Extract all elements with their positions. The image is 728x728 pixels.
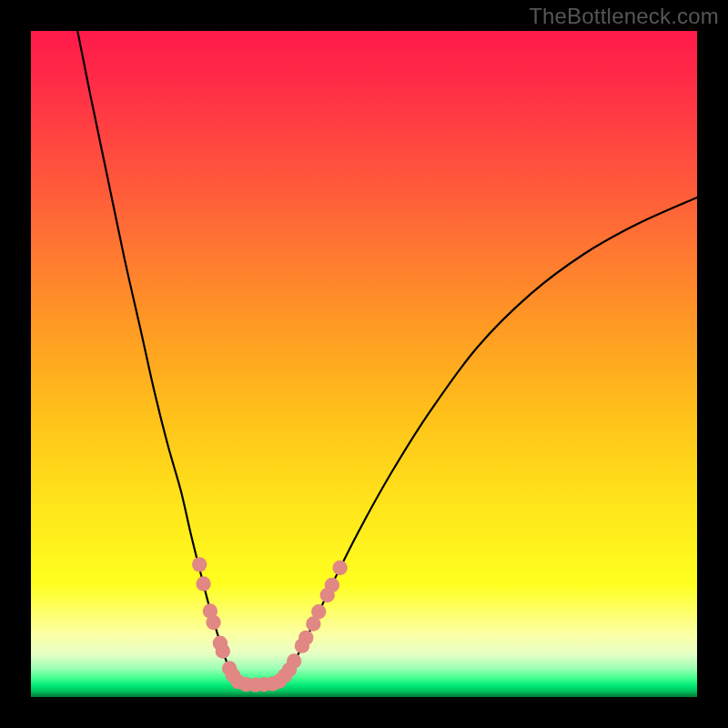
bead-marker <box>192 557 207 571</box>
bead-marker <box>306 616 320 631</box>
bead-layer <box>31 31 697 697</box>
bead-marker <box>287 653 301 668</box>
bead-marker <box>257 677 271 692</box>
bead-marker <box>272 673 287 688</box>
bead-marker <box>206 615 220 630</box>
bead-marker <box>196 576 210 591</box>
curve-layer <box>31 31 697 697</box>
bead-marker <box>320 588 335 602</box>
bead-marker <box>216 643 230 658</box>
bead-marker <box>266 676 280 691</box>
bead-marker <box>222 661 237 675</box>
bead-marker <box>311 604 326 619</box>
plot-area <box>31 31 697 697</box>
bead-marker <box>332 561 347 575</box>
watermark-text: TheBottleneck.com <box>529 4 719 29</box>
bead-marker <box>238 677 253 692</box>
bead-marker <box>298 631 313 645</box>
bead-marker <box>282 662 297 677</box>
bead-marker <box>226 668 240 682</box>
bead-marker <box>203 603 217 618</box>
bead-marker <box>230 674 245 689</box>
bead-marker <box>213 636 228 651</box>
bead-marker <box>295 638 309 652</box>
bead-marker <box>248 677 262 692</box>
chart-frame: TheBottleneck.com <box>0 0 728 728</box>
bead-marker <box>278 668 292 682</box>
bead-marker <box>325 578 339 592</box>
